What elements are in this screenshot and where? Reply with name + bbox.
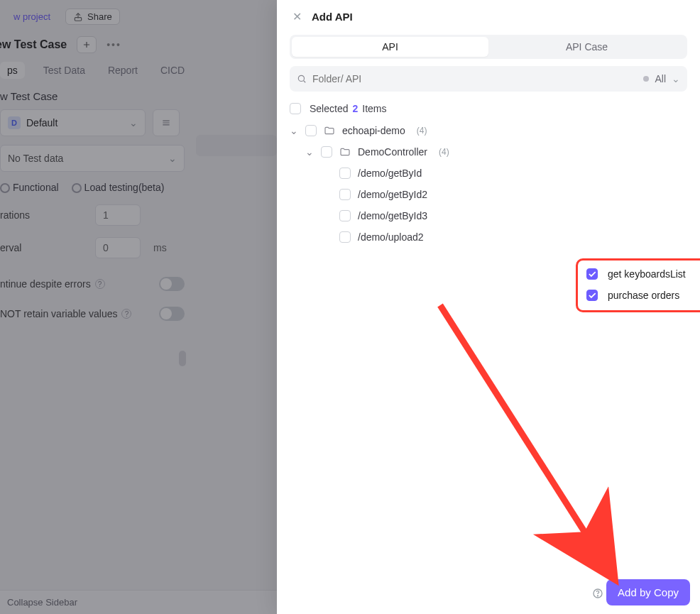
checkbox[interactable] <box>305 125 317 136</box>
tree-leaf-name: get keyboardsList <box>608 268 686 280</box>
status-dot-icon <box>643 76 649 82</box>
tree-leaf[interactable]: /demo/getById2 <box>290 184 687 205</box>
search-icon <box>297 74 307 84</box>
checkbox-checked[interactable] <box>586 268 598 280</box>
tree-selected-item[interactable]: get keyboardsList <box>581 263 700 285</box>
filter-all[interactable]: All ⌄ <box>643 73 680 84</box>
checkbox-checked[interactable] <box>586 290 598 301</box>
search-input[interactable] <box>312 73 638 84</box>
svg-point-3 <box>597 596 598 596</box>
tree-leaf-name: /demo/getById2 <box>358 189 427 200</box>
checkbox[interactable] <box>321 146 332 158</box>
search-input-wrap: All ⌄ <box>290 66 687 92</box>
svg-point-1 <box>298 75 304 81</box>
check-icon <box>587 269 597 279</box>
folder-icon <box>339 146 351 158</box>
api-tree: ⌄ echoapi-demo (4) ⌄ DemoController (4) … <box>277 120 700 248</box>
select-all-checkbox[interactable] <box>290 103 301 114</box>
tree-leaf-name: /demo/upload2 <box>358 231 424 243</box>
segmented-tabs: API API Case <box>290 35 687 59</box>
tree-selected-item[interactable]: purchase orders <box>581 285 700 306</box>
chevron-down-icon: ⌄ <box>290 125 298 136</box>
chevron-down-icon: ⌄ <box>305 146 314 158</box>
checkbox[interactable] <box>339 189 351 200</box>
tab-api[interactable]: API <box>292 37 488 57</box>
filter-all-label: All <box>655 73 666 84</box>
tree-leaf[interactable]: /demo/getById <box>290 163 687 184</box>
checkbox[interactable] <box>339 210 351 221</box>
folder-icon <box>324 125 335 136</box>
tree-leaf-name: /demo/getById3 <box>358 210 427 221</box>
check-icon <box>587 290 597 300</box>
close-icon[interactable]: ✕ <box>292 10 302 23</box>
checkbox[interactable] <box>339 231 351 243</box>
selected-prefix: Selected <box>310 103 348 114</box>
add-api-panel: ✕ Add API API API Case All ⌄ Selected 2 … <box>277 0 700 614</box>
selected-count: 2 <box>352 103 358 114</box>
selected-highlight-box: get keyboardsList purchase orders <box>576 258 700 312</box>
selected-suffix: Items <box>362 103 386 114</box>
tree-leaf[interactable]: /demo/upload2 <box>290 226 687 248</box>
tree-node-count: (4) <box>417 126 427 136</box>
tree-node-name: echoapi-demo <box>342 125 405 136</box>
selected-summary: Selected 2 Items <box>290 103 687 114</box>
tree-node-name: DemoController <box>358 146 427 158</box>
panel-title: Add API <box>312 11 353 23</box>
tab-api-case[interactable]: API Case <box>488 37 685 57</box>
add-by-copy-button[interactable]: Add by Copy <box>606 579 690 605</box>
tree-leaf[interactable]: /demo/getById3 <box>290 205 687 226</box>
tree-node-folder[interactable]: ⌄ DemoController (4) <box>290 141 687 163</box>
checkbox[interactable] <box>339 168 351 179</box>
chevron-down-icon: ⌄ <box>672 73 680 84</box>
help-icon[interactable] <box>592 588 603 601</box>
tree-leaf-name: purchase orders <box>608 290 679 301</box>
tree-leaf-name: /demo/getById <box>358 168 422 179</box>
tree-node-root[interactable]: ⌄ echoapi-demo (4) <box>290 120 687 141</box>
tree-node-count: (4) <box>439 147 449 157</box>
